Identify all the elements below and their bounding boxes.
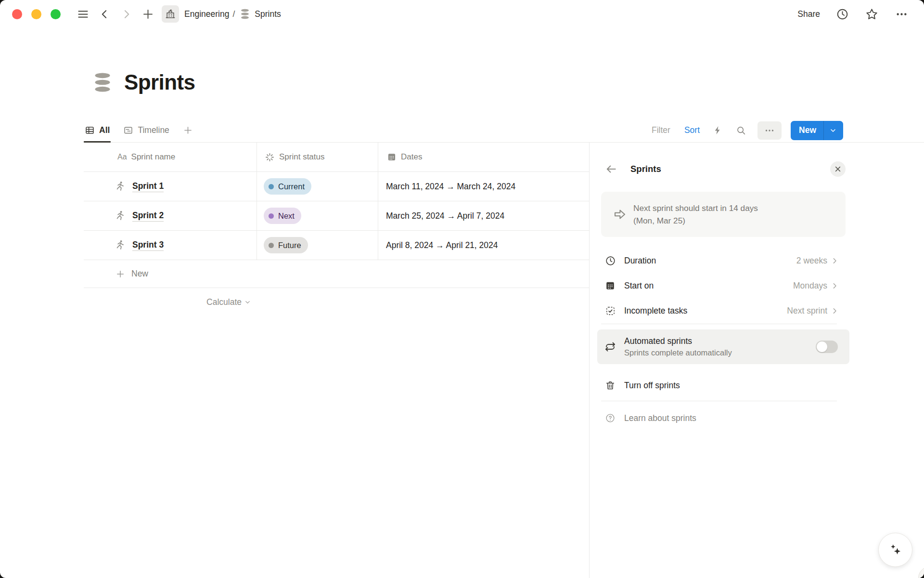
minimize-window-button[interactable] — [31, 9, 41, 19]
tab-all-label: All — [99, 125, 110, 135]
setting-value: Next sprint — [787, 306, 827, 316]
table-row: Sprint 3 Future April 8, 2024 → April 21… — [84, 231, 589, 260]
sprint-name-cell[interactable]: Sprint 3 — [84, 231, 257, 260]
new-row-button[interactable]: New — [84, 260, 589, 288]
status-spinner-icon — [265, 152, 275, 162]
sidebar-menu-icon[interactable] — [76, 7, 90, 21]
new-button-label: New — [791, 125, 823, 135]
text-type-icon: Aa — [117, 153, 127, 161]
automated-sprints-row[interactable]: Automated sprints Sprints complete autom… — [597, 329, 849, 364]
new-page-icon[interactable] — [141, 7, 155, 21]
sprint-name-link[interactable]: Sprint 2 — [132, 210, 164, 222]
repeat-icon — [604, 341, 616, 353]
table-row: Sprint 2 Next March 25, 2024 → April 7, … — [84, 201, 589, 231]
table-row: Sprint 1 Current March 11, 2024 → March … — [84, 172, 589, 201]
tab-all[interactable]: All — [84, 118, 111, 143]
breadcrumb-page[interactable]: Sprints — [255, 9, 281, 19]
traffic-lights — [0, 9, 61, 19]
sparkles-icon — [888, 542, 903, 558]
breadcrumb: Engineering / Sprints — [162, 5, 281, 23]
sprint-status-cell[interactable]: Current — [257, 172, 378, 201]
sprint-name-link[interactable]: Sprint 3 — [132, 240, 164, 251]
sprint-name-cell[interactable]: Sprint 2 — [84, 201, 257, 230]
page-database-icon — [91, 71, 114, 93]
automated-sprints-toggle[interactable] — [816, 341, 838, 353]
database-icon — [239, 8, 251, 20]
sprints-table: Aa Sprint name Sprint status Dates — [0, 143, 589, 578]
column-header-sprint-name[interactable]: Aa Sprint name — [84, 143, 257, 171]
column-header-dates[interactable]: Dates — [378, 143, 589, 171]
question-circle-icon — [604, 413, 616, 423]
notice-line-1: Next sprint should start in 14 days — [633, 202, 758, 215]
sprint-status-cell[interactable]: Next — [257, 201, 378, 230]
panel-back-arrow-icon[interactable] — [605, 163, 617, 175]
setting-start-on[interactable]: Start on Mondays — [601, 273, 846, 298]
sprint-name-link[interactable]: Sprint 1 — [132, 181, 164, 192]
setting-incomplete-tasks[interactable]: Incomplete tasks Next sprint — [601, 298, 846, 323]
sprint-settings-panel: Sprints Next sprint should start in 14 d… — [589, 143, 924, 578]
table-view-icon — [85, 125, 95, 135]
window-top-bar: Engineering / Sprints Share — [0, 0, 924, 28]
forward-icon[interactable] — [119, 7, 133, 21]
chevron-right-icon — [831, 307, 839, 315]
panel-close-icon[interactable] — [830, 161, 846, 177]
setting-value: Mondays — [793, 281, 827, 291]
runner-icon — [115, 239, 126, 251]
teamspace-building-icon[interactable] — [162, 5, 179, 23]
back-icon[interactable] — [97, 7, 112, 21]
chevron-right-icon — [831, 282, 839, 290]
learn-about-sprints-link[interactable]: Learn about sprints — [601, 406, 837, 431]
new-button-chevron-down-icon[interactable] — [824, 127, 843, 134]
page-title[interactable]: Sprints — [124, 70, 195, 94]
automated-sprints-label: Automated sprints — [624, 336, 732, 346]
automations-bolt-icon[interactable] — [713, 125, 723, 135]
next-sprint-notice: Next sprint should start in 14 days (Mon… — [601, 192, 846, 237]
column-header-sprint-status[interactable]: Sprint status — [257, 143, 378, 171]
automated-sprints-description: Sprints complete automatically — [624, 348, 732, 357]
notice-line-2: (Mon, Mar 25) — [633, 214, 758, 227]
breadcrumb-workspace[interactable]: Engineering — [184, 9, 229, 19]
zoom-window-button[interactable] — [51, 9, 61, 19]
table-header-row: Aa Sprint name Sprint status Dates — [84, 143, 589, 172]
dates-cell[interactable]: March 25, 2024 → April 7, 2024 — [378, 201, 589, 230]
ai-assistant-button[interactable] — [878, 533, 912, 567]
calculate-button[interactable]: Calculate — [84, 288, 257, 316]
new-button[interactable]: New — [791, 121, 843, 140]
share-button[interactable]: Share — [797, 9, 820, 19]
view-options-icon[interactable] — [757, 121, 782, 140]
status-dot — [269, 184, 274, 189]
dates-cell[interactable]: April 8, 2024 → April 21, 2024 — [378, 231, 589, 260]
status-badge[interactable]: Current — [264, 178, 311, 195]
setting-duration[interactable]: Duration 2 weeks — [601, 248, 846, 273]
panel-divider — [601, 401, 837, 401]
status-badge[interactable]: Future — [264, 237, 308, 253]
history-clock-icon[interactable] — [836, 8, 849, 21]
runner-icon — [115, 181, 126, 192]
breadcrumb-separator: / — [232, 9, 235, 19]
dashed-checkbox-icon — [604, 305, 616, 316]
status-badge[interactable]: Next — [264, 208, 301, 224]
status-dot — [269, 243, 274, 248]
dates-cell[interactable]: March 11, 2024 → March 24, 2024 — [378, 172, 589, 201]
toggle-knob — [817, 342, 827, 352]
sprint-name-cell[interactable]: Sprint 1 — [84, 172, 257, 201]
more-options-icon[interactable] — [895, 7, 909, 21]
arrow-right-outline-icon — [613, 207, 627, 222]
sprint-status-cell[interactable]: Future — [257, 231, 378, 260]
chevron-right-icon — [831, 257, 839, 265]
add-view-icon[interactable] — [183, 125, 193, 135]
sort-button[interactable]: Sort — [684, 125, 700, 135]
timeline-view-icon — [123, 125, 133, 135]
clock-icon — [604, 255, 616, 266]
plus-icon — [116, 269, 125, 279]
filter-button[interactable]: Filter — [652, 125, 670, 135]
search-icon[interactable] — [736, 125, 746, 136]
turn-off-sprints-button[interactable]: Turn off sprints — [601, 373, 837, 398]
calendar-icon — [604, 280, 616, 291]
favorite-star-icon[interactable] — [865, 7, 879, 21]
panel-divider — [601, 324, 837, 324]
tab-timeline-label: Timeline — [138, 125, 169, 135]
close-window-button[interactable] — [12, 9, 22, 19]
view-bar: All Timeline Filter Sort — [0, 118, 924, 143]
tab-timeline[interactable]: Timeline — [122, 118, 170, 143]
